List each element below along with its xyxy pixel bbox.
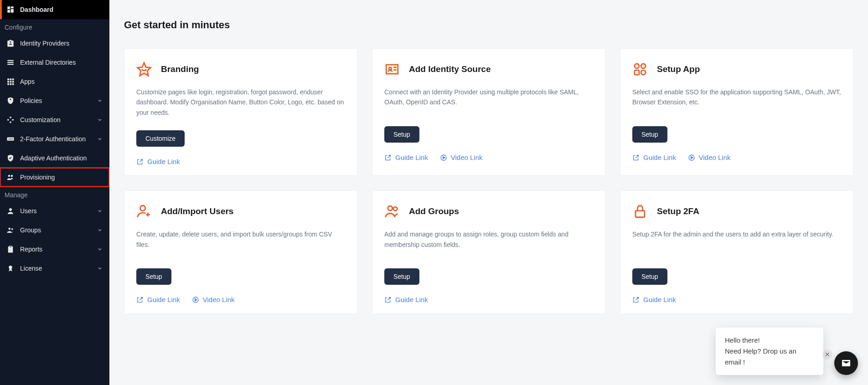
card-identity-source: Add Identity Source Connect with an Iden… — [372, 48, 605, 176]
card-desc-app: Select and enable SSO for the applicatio… — [632, 87, 841, 113]
card-grid: Branding Customize pages like login, reg… — [124, 48, 853, 314]
guide-link-text: Guide Link — [147, 296, 180, 303]
svg-rect-0 — [7, 6, 10, 9]
guide-link-text: Guide Link — [147, 158, 180, 165]
svg-rect-14 — [10, 83, 12, 85]
svg-text:123: 123 — [8, 138, 13, 140]
play-circle-icon — [688, 154, 695, 161]
four-shapes-icon — [632, 62, 648, 77]
guide-link-app[interactable]: Guide Link — [632, 154, 676, 161]
chat-fab-button[interactable] — [834, 351, 858, 375]
clipboard-icon — [6, 245, 15, 253]
svg-rect-15 — [12, 83, 14, 85]
svg-rect-8 — [10, 78, 12, 80]
group-icon — [6, 226, 15, 234]
sidebar-label-customization: Customization — [20, 116, 91, 123]
external-link-icon — [632, 154, 640, 161]
customize-button[interactable]: Customize — [136, 130, 185, 147]
card-title-users: Add/Import Users — [161, 206, 233, 216]
setup-button-2fa[interactable]: Setup — [632, 268, 667, 285]
svg-point-21 — [9, 228, 11, 230]
chevron-down-icon — [97, 117, 103, 123]
rows-icon — [6, 58, 15, 67]
shield-check-icon — [6, 154, 15, 162]
dashboard-icon — [6, 5, 15, 14]
svg-marker-37 — [195, 298, 196, 301]
video-link-app[interactable]: Video Link — [688, 154, 731, 161]
svg-rect-4 — [7, 60, 14, 61]
badge-icon — [6, 39, 15, 47]
sidebar-item-adaptive-auth[interactable]: Adaptive Authentication — [0, 149, 109, 168]
card-title-2fa: Setup 2FA — [657, 206, 699, 216]
external-link-icon — [384, 154, 392, 161]
sidebar-label-2fa: 2-Factor Authentication — [20, 135, 91, 143]
card-setup-2fa: Setup 2FA Setup 2FA for the admin and th… — [620, 190, 853, 314]
chevron-down-icon — [97, 98, 103, 104]
video-link-users[interactable]: Video Link — [192, 296, 235, 303]
card-desc-branding: Customize pages like login, registration… — [136, 87, 345, 118]
setup-button-groups[interactable]: Setup — [384, 268, 419, 285]
sidebar-item-license[interactable]: License — [0, 259, 109, 278]
setup-button-users[interactable]: Setup — [136, 268, 171, 285]
guide-link-text: Guide Link — [643, 154, 676, 161]
guide-link-identity[interactable]: Guide Link — [384, 154, 428, 161]
svg-rect-9 — [12, 78, 14, 80]
sidebar-item-groups[interactable]: Groups — [0, 221, 109, 240]
grid-icon — [6, 77, 15, 86]
guide-link-branding[interactable]: Guide Link — [136, 158, 180, 165]
card-add-groups: Add Groups Add and manage groups to assi… — [372, 190, 605, 314]
sidebar-item-reports[interactable]: Reports — [0, 240, 109, 259]
star-smile-icon — [136, 62, 152, 77]
sidebar-label-license: License — [20, 265, 91, 272]
guide-link-2fa[interactable]: Guide Link — [632, 296, 676, 303]
sidebar-item-2fa[interactable]: 123 2-Factor Authentication — [0, 129, 109, 149]
setup-button-identity[interactable]: Setup — [384, 126, 419, 143]
sidebar-item-customization[interactable]: Customization — [0, 110, 109, 129]
svg-point-39 — [393, 207, 398, 211]
play-circle-icon — [192, 296, 199, 303]
twofa-icon: 123 — [6, 135, 15, 143]
sidebar-label-policies: Policies — [20, 97, 91, 104]
svg-rect-3 — [7, 10, 10, 13]
sidebar-label-apps: Apps — [20, 78, 103, 85]
svg-rect-11 — [10, 81, 12, 83]
sidebar-item-users[interactable]: Users — [0, 201, 109, 221]
provisioning-icon — [6, 173, 15, 181]
guide-link-users[interactable]: Guide Link — [136, 296, 180, 303]
svg-rect-12 — [12, 81, 14, 83]
sidebar-item-dashboard[interactable]: Dashboard — [0, 0, 109, 19]
user-plus-icon — [136, 204, 152, 219]
guide-link-groups[interactable]: Guide Link — [384, 296, 428, 303]
external-link-icon — [384, 296, 392, 303]
video-link-text: Video Link — [699, 154, 731, 161]
sidebar-label-users: Users — [20, 207, 91, 215]
sidebar-item-provisioning[interactable]: Provisioning — [0, 168, 109, 187]
sidebar-item-apps[interactable]: Apps — [0, 72, 109, 91]
svg-point-20 — [9, 208, 12, 211]
svg-rect-2 — [11, 9, 14, 13]
card-title-identity: Add Identity Source — [409, 64, 491, 74]
external-link-icon — [632, 296, 640, 303]
chevron-down-icon — [97, 136, 103, 142]
guide-link-text: Guide Link — [395, 154, 428, 161]
setup-button-app[interactable]: Setup — [632, 126, 667, 143]
lock-icon — [632, 204, 648, 219]
sidebar-item-identity-providers[interactable]: Identity Providers — [0, 34, 109, 53]
card-title-groups: Add Groups — [409, 206, 459, 216]
svg-rect-1 — [11, 6, 14, 8]
play-circle-icon — [440, 154, 447, 161]
sidebar: Dashboard Configure Identity Providers E… — [0, 0, 109, 385]
chevron-down-icon — [97, 246, 103, 252]
sidebar-item-external-directories[interactable]: External Directories — [0, 53, 109, 72]
sidebar-item-policies[interactable]: Policies — [0, 91, 109, 110]
sidebar-label-extdir: External Directories — [20, 59, 103, 66]
card-setup-app: Setup App Select and enable SSO for the … — [620, 48, 853, 176]
guide-link-text: Guide Link — [395, 296, 428, 303]
video-link-text: Video Link — [203, 296, 235, 303]
video-link-identity[interactable]: Video Link — [440, 154, 483, 161]
mail-icon — [841, 358, 852, 369]
chevron-down-icon — [97, 227, 103, 233]
page-title: Get started in minutes — [124, 19, 853, 31]
chat-popup: Hello there! Need Help? Drop us an email… — [716, 328, 823, 375]
popup-close-button[interactable]: ✕ — [822, 349, 832, 359]
